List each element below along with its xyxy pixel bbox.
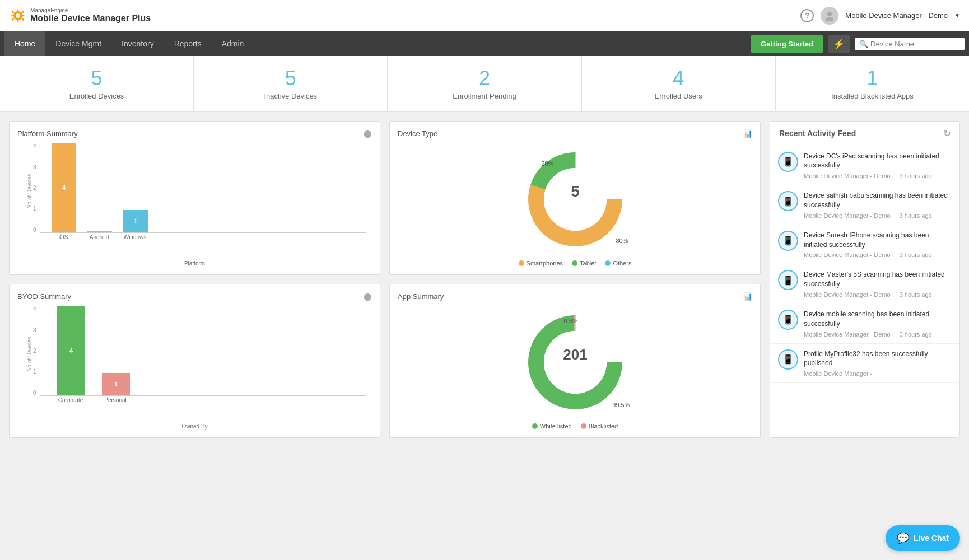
bar-windows: 1: [123, 210, 148, 232]
legend-blacklisted-dot: [581, 423, 586, 429]
stat-pending-label: Enrollment Pending: [393, 92, 575, 100]
legend-blacklisted: Blacklisted: [581, 423, 618, 430]
nav-item-reports[interactable]: Reports: [164, 31, 212, 56]
feed-meta-2: Mobile Device Manager - Demo 3 hours ago: [804, 212, 952, 219]
feed-meta-5: Mobile Device Manager - Demo 3 hours ago: [804, 331, 952, 338]
nav-item-inventory[interactable]: Inventory: [111, 31, 164, 56]
platform-summary-card: Platform Summary ⬤ No of Devices 0 1 2 3…: [9, 121, 380, 275]
feed-title: Recent Activity Feed: [779, 129, 856, 138]
stats-row: 5 Enrolled Devices 5 Inactive Devices 2 …: [0, 56, 969, 112]
logo: ManageEngine Mobile Device Manager Plus: [9, 7, 151, 25]
byod-y-label: No of Devices: [26, 337, 32, 371]
bar-ios: 4: [52, 143, 76, 232]
svg-marker-6: [12, 10, 15, 13]
feed-header: Recent Activity Feed ↻: [770, 122, 959, 146]
logo-icon: [9, 7, 27, 25]
svg-marker-9: [12, 18, 15, 21]
logo-main-text: Mobile Device Manager Plus: [30, 13, 151, 24]
feed-refresh-button[interactable]: ↻: [943, 128, 951, 139]
user-icon: [824, 10, 835, 21]
device-type-donut: 5 20% 4 1 80%: [519, 143, 631, 255]
platform-chart-icon[interactable]: ⬤: [364, 129, 372, 138]
user-name[interactable]: Mobile Device Manager - Demo: [845, 11, 948, 20]
byod-summary-title: BYOD Summary ⬤: [17, 292, 372, 301]
feed-time-3: 3 hours ago: [900, 251, 932, 258]
feed-content-3: Device Suresh IPhone scanning has been i…: [804, 231, 952, 259]
search-box: 🔍: [855, 38, 965, 50]
stat-inactive-devices[interactable]: 5 Inactive Devices: [194, 56, 388, 111]
app-chart-icon[interactable]: 📊: [743, 292, 752, 301]
app-donut: 201 0.5% 200 99.5%: [519, 306, 631, 418]
main-content: Platform Summary ⬤ No of Devices 0 1 2 3…: [0, 112, 969, 447]
feed-item-5: 📱 Device mobile scanning has been initia…: [770, 304, 959, 344]
svg-marker-3: [17, 20, 18, 23]
bottom-chart-row: BYOD Summary ⬤ No of Devices 0 1 2 3 4: [9, 284, 761, 438]
feed-item-2: 📱 Device sathish babu scanning has been …: [770, 185, 959, 225]
bar-android: [87, 231, 112, 232]
legend-smartphones-dot: [519, 260, 524, 266]
stat-blacklisted-number: 1: [781, 67, 963, 90]
svg-marker-2: [17, 8, 18, 11]
byod-bars: 4 1: [40, 306, 366, 396]
feed-user-3: Mobile Device Manager - Demo: [804, 251, 891, 258]
help-button[interactable]: ?: [800, 9, 814, 22]
app-summary-card: App Summary 📊 201 0.: [389, 284, 761, 438]
search-icon: 🔍: [859, 40, 868, 48]
feed-device-icon-4: 📱: [782, 275, 794, 286]
legend-others-dot: [605, 260, 611, 266]
stat-enrolled-devices[interactable]: 5 Enrolled Devices: [0, 56, 194, 111]
feed-content-4: Device Master's 5S scanning has been ini…: [804, 270, 952, 298]
getting-started-button[interactable]: Getting Started: [751, 35, 823, 53]
svg-text:5: 5: [571, 183, 580, 200]
logo-top-text: ManageEngine: [30, 7, 151, 13]
search-input[interactable]: [870, 40, 960, 48]
platform-y-ticks: 0 1 2 3 4: [33, 143, 36, 233]
nav-item-device-mgmt[interactable]: Device Mgmt: [45, 31, 111, 56]
avatar: [821, 7, 838, 25]
feed-content-6: Profile MyProfile32 has been successfull…: [804, 349, 952, 377]
svg-point-11: [826, 17, 833, 21]
stat-enrolled-users[interactable]: 4 Enrolled Users: [582, 56, 776, 111]
feed-user-4: Mobile Device Manager - Demo: [804, 291, 891, 298]
stat-inactive-number: 5: [199, 67, 381, 90]
feed-meta-3: Mobile Device Manager - Demo 3 hours ago: [804, 251, 952, 258]
feed-meta-4: Mobile Device Manager - Demo 3 hours ago: [804, 291, 952, 298]
platform-bars: 4 1: [40, 143, 366, 233]
feed-time-4: 3 hours ago: [900, 291, 932, 298]
feed-item-1: 📱 Device DC's iPad scanning has been ini…: [770, 146, 959, 186]
byod-chart: No of Devices 0 1 2 3 4 4: [17, 306, 372, 430]
byod-chart-icon[interactable]: ⬤: [364, 292, 372, 301]
feed-text-2: Device sathish babu scanning has been in…: [804, 191, 952, 210]
byod-y-ticks: 0 1 2 3 4: [33, 306, 36, 396]
device-type-legend: Smartphones Tablet Others: [519, 260, 632, 267]
svg-point-1: [16, 13, 20, 18]
feed-meta-1: Mobile Device Manager - Demo 3 hours ago: [804, 172, 952, 179]
top-chart-row: Platform Summary ⬤ No of Devices 0 1 2 3…: [9, 121, 761, 275]
nav-item-home[interactable]: Home: [4, 31, 45, 56]
platform-x-labels: iOS Android Windows: [40, 234, 366, 240]
stat-blacklisted-apps[interactable]: 1 Installed Blacklisted Apps: [776, 56, 969, 111]
nav-bar: Home Device Mgmt Inventory Reports Admin…: [0, 31, 969, 56]
feed-list: 📱 Device DC's iPad scanning has been ini…: [770, 146, 959, 437]
stat-enrollment-pending[interactable]: 2 Enrollment Pending: [388, 56, 581, 111]
feed-avatar-1: 📱: [778, 152, 798, 172]
dropdown-arrow[interactable]: ▼: [954, 12, 960, 18]
app-summary-chart: 201 0.5% 200 99.5% White listed: [398, 306, 752, 430]
feed-device-icon-6: 📱: [782, 354, 794, 365]
header-right: ? Mobile Device Manager - Demo ▼: [800, 7, 960, 25]
svg-point-10: [827, 12, 832, 16]
feed-item-4: 📱 Device Master's 5S scanning has been i…: [770, 264, 959, 304]
feed-item-3: 📱 Device Suresh IPhone scanning has been…: [770, 225, 959, 265]
app-summary-legend: White listed Blacklisted: [532, 423, 618, 430]
nav-item-admin[interactable]: Admin: [212, 31, 254, 56]
bar-corporate: 4: [57, 306, 85, 395]
feed-content-5: Device mobile scanning has been initiate…: [804, 310, 952, 338]
device-type-chart-icon[interactable]: 📊: [743, 129, 752, 138]
lightning-button[interactable]: ⚡: [828, 35, 850, 53]
feed-time-5: 3 hours ago: [900, 331, 932, 338]
feed-user-1: Mobile Device Manager - Demo: [804, 172, 891, 179]
feed-avatar-5: 📱: [778, 310, 798, 330]
stat-pending-number: 2: [393, 67, 575, 90]
stat-enrolled-label: Enrolled Devices: [6, 92, 188, 100]
svg-marker-8: [21, 10, 24, 13]
